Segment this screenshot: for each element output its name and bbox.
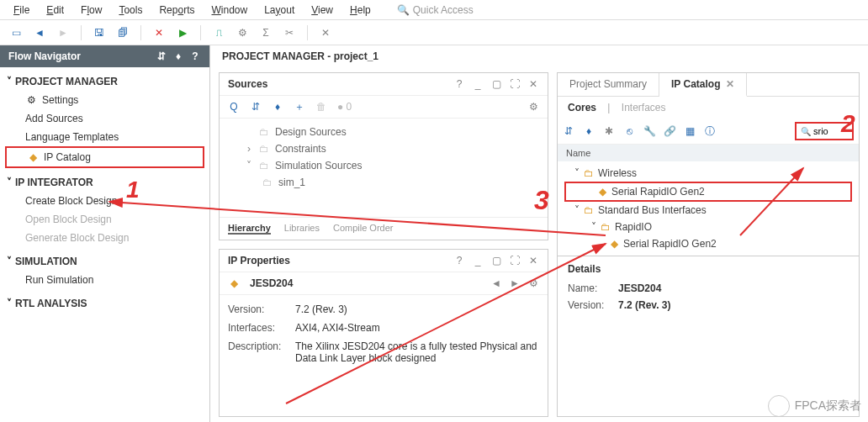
expand-all-icon[interactable]: ♦ bbox=[272, 101, 283, 113]
back-button[interactable]: ◄ bbox=[30, 24, 49, 42]
forward-button[interactable]: ► bbox=[54, 24, 72, 42]
menu-help[interactable]: Help bbox=[343, 3, 378, 18]
disconnected-button[interactable]: ✕ bbox=[316, 24, 335, 42]
folder-icon: 🗀 bbox=[258, 126, 270, 138]
cat-wireless[interactable]: ˅🗀Wireless bbox=[561, 165, 855, 182]
nav-add-sources[interactable]: Add Sources bbox=[0, 109, 209, 128]
grid-icon[interactable]: ▦ bbox=[684, 125, 696, 137]
prop-label-version: Version: bbox=[228, 303, 295, 315]
menu-layout[interactable]: Layout bbox=[257, 3, 301, 18]
menu-file[interactable]: File bbox=[7, 3, 36, 18]
tree-constraints[interactable]: ›🗀Constraints bbox=[228, 140, 539, 157]
window-icon[interactable]: ▢ bbox=[490, 78, 502, 90]
gear-icon[interactable]: ⚙ bbox=[527, 277, 539, 289]
nav-create-block[interactable]: Create Block Design bbox=[0, 192, 209, 210]
collapse-icon[interactable]: ⇵ bbox=[156, 50, 167, 62]
det-version-val: 7.2 (Rev. 3) bbox=[618, 299, 670, 311]
search-icon: 🔍 bbox=[800, 125, 811, 137]
collapse-all-icon[interactable]: ⇵ bbox=[250, 101, 262, 113]
catalog-search[interactable]: 🔍 bbox=[795, 122, 854, 140]
folder-icon: 🗀 bbox=[583, 204, 595, 216]
section-simulation[interactable]: ˅SIMULATION bbox=[0, 252, 209, 271]
trash-icon[interactable]: 🗑 bbox=[315, 101, 327, 113]
ip-icon: ◆ bbox=[27, 151, 39, 163]
menu-edit[interactable]: Edit bbox=[40, 3, 71, 18]
section-ip-integrator[interactable]: ˅IP INTEGRATOR bbox=[0, 173, 209, 192]
tab-compile-order[interactable]: Compile Order bbox=[333, 223, 394, 235]
prev-icon[interactable]: ◄ bbox=[490, 277, 502, 289]
expand-icon[interactable]: ♦ bbox=[172, 50, 184, 62]
cat-standard-bus[interactable]: ˅🗀Standard Bus Interfaces bbox=[561, 202, 855, 219]
watermark: FPCA探索者 bbox=[768, 395, 861, 417]
search-icon[interactable]: Q bbox=[228, 101, 240, 113]
window-icon[interactable]: ▢ bbox=[490, 255, 502, 266]
menu-window[interactable]: Window bbox=[204, 3, 254, 18]
folder-icon: 🗀 bbox=[262, 177, 273, 188]
help-icon[interactable]: ? bbox=[453, 78, 465, 90]
nav-open-block: Open Block Design bbox=[0, 210, 209, 229]
quick-access[interactable]: 🔍 Quick Access bbox=[398, 4, 474, 16]
menu-reports[interactable]: Reports bbox=[152, 3, 201, 18]
minimize-icon[interactable]: _ bbox=[472, 255, 484, 266]
maximize-icon[interactable]: ⛶ bbox=[509, 78, 521, 90]
collapse-all-icon[interactable]: ⇵ bbox=[563, 125, 574, 137]
subtab-interfaces[interactable]: Interfaces bbox=[622, 102, 666, 113]
save-button[interactable]: 🖫 bbox=[90, 24, 108, 42]
clear-filter-icon[interactable]: ✱ bbox=[603, 125, 615, 137]
tree-design-sources[interactable]: 🗀Design Sources bbox=[228, 124, 539, 140]
add-icon[interactable]: ＋ bbox=[294, 101, 305, 113]
ip-icon: ◆ bbox=[596, 186, 608, 198]
minimize-icon[interactable]: _ bbox=[472, 78, 484, 90]
help-icon[interactable]: ? bbox=[453, 255, 465, 266]
info-icon[interactable]: ⓘ bbox=[704, 125, 716, 137]
section-rtl[interactable]: ˅RTL ANALYSIS bbox=[0, 294, 209, 313]
tab-hierarchy[interactable]: Hierarchy bbox=[228, 223, 271, 235]
tree-sim1[interactable]: 🗀sim_1 bbox=[228, 174, 539, 191]
tree-simulation-sources[interactable]: ˅🗀Simulation Sources bbox=[228, 157, 539, 174]
tab-project-summary[interactable]: Project Summary bbox=[558, 73, 659, 96]
run-button[interactable]: ▶ bbox=[173, 24, 192, 42]
sigma-button[interactable]: Σ bbox=[257, 24, 275, 42]
section-project-manager[interactable]: ˅PROJECT MANAGER bbox=[0, 72, 209, 91]
catalog-search-input[interactable] bbox=[813, 126, 849, 136]
cut-button[interactable]: ✂ bbox=[280, 24, 299, 42]
menu-flow[interactable]: Flow bbox=[74, 3, 108, 18]
menu-view[interactable]: View bbox=[304, 3, 340, 18]
cat-serial-rapidio-gen2-b[interactable]: ◆Serial RapidIO Gen2 bbox=[561, 235, 855, 252]
watermark-text: FPCA探索者 bbox=[795, 398, 861, 414]
gear-icon: ⚙ bbox=[25, 94, 37, 106]
expand-all-icon[interactable]: ♦ bbox=[583, 125, 595, 137]
save-all-button[interactable]: 🗐 bbox=[114, 24, 132, 42]
subtab-cores[interactable]: Cores bbox=[568, 102, 596, 113]
prop-label-description: Description: bbox=[228, 340, 295, 364]
close-icon[interactable]: ✕ bbox=[527, 255, 539, 266]
watermark-icon bbox=[768, 395, 790, 417]
link-icon[interactable]: 🔗 bbox=[664, 125, 675, 137]
maximize-icon[interactable]: ⛶ bbox=[509, 255, 521, 266]
nav-language-templates[interactable]: Language Templates bbox=[0, 128, 209, 146]
tab-libraries[interactable]: Libraries bbox=[284, 223, 320, 235]
tab-ip-catalog[interactable]: IP Catalog✕ bbox=[659, 73, 746, 97]
new-button[interactable]: ▭ bbox=[7, 24, 25, 42]
nav-settings[interactable]: ⚙Settings bbox=[0, 91, 209, 109]
synth-button[interactable]: ⎍ bbox=[209, 24, 228, 42]
gear-icon[interactable]: ⚙ bbox=[527, 101, 539, 113]
cancel-run-button[interactable]: ✕ bbox=[150, 24, 168, 42]
catalog-subtabs: Cores | Interfaces bbox=[558, 97, 859, 119]
cat-rapidio[interactable]: ˅🗀RapidIO bbox=[561, 219, 855, 235]
nav-ip-catalog[interactable]: ◆IP Catalog bbox=[5, 146, 204, 168]
next-icon[interactable]: ► bbox=[509, 277, 521, 289]
settings-button[interactable]: ⚙ bbox=[233, 24, 251, 42]
close-icon[interactable]: ✕ bbox=[726, 78, 734, 90]
wrench-icon[interactable]: 🔧 bbox=[643, 125, 655, 137]
menu-tools[interactable]: Tools bbox=[112, 3, 149, 18]
menubar: File Edit Flow Tools Reports Window Layo… bbox=[0, 0, 868, 20]
branch-icon[interactable]: ⎋ bbox=[623, 125, 635, 137]
flow-navigator: Flow Navigator ⇵ ♦ ? ˅PROJECT MANAGER ⚙S… bbox=[0, 45, 210, 422]
sources-title: Sources bbox=[228, 78, 267, 90]
close-icon[interactable]: ✕ bbox=[527, 78, 539, 90]
ip-icon: ◆ bbox=[228, 277, 240, 289]
help-icon[interactable]: ? bbox=[189, 50, 201, 62]
cat-serial-rapidio-gen2[interactable]: ◆Serial RapidIO Gen2 bbox=[564, 182, 852, 202]
nav-run-simulation[interactable]: Run Simulation bbox=[0, 271, 209, 289]
